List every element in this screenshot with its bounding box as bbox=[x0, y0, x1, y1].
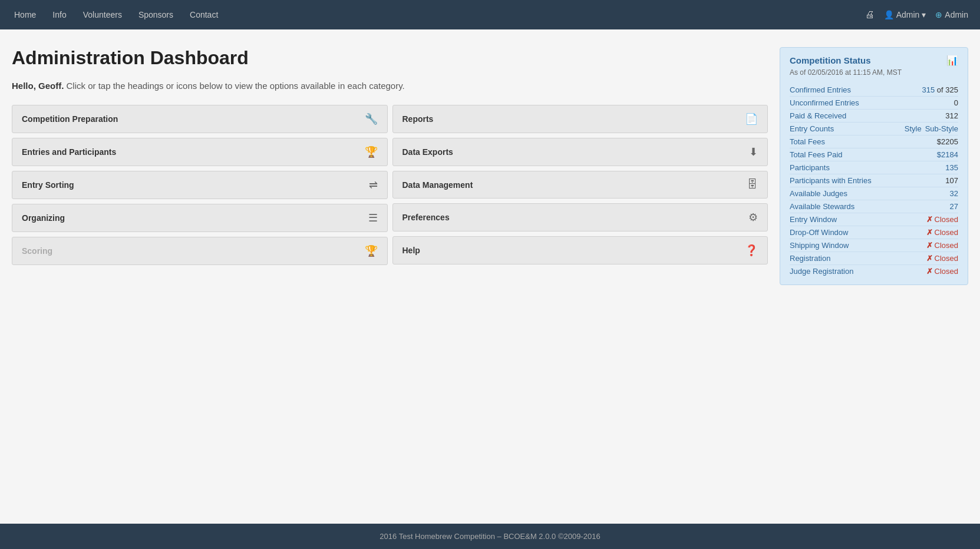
status-value-4: $2205 bbox=[937, 137, 958, 146]
main-wrapper: Administration Dashboard Hello, Geoff. C… bbox=[0, 29, 980, 524]
status-row-7: Participants with Entries107 bbox=[790, 174, 958, 187]
nav-info[interactable]: Info bbox=[50, 10, 68, 19]
status-row-11: Drop-Off Window✗Closed bbox=[790, 226, 958, 239]
organizing[interactable]: Organizing☰ bbox=[12, 204, 388, 232]
help[interactable]: Help❓ bbox=[392, 236, 768, 264]
footer-text: 2016 Test Homebrew Competition – BCOE&M … bbox=[380, 532, 600, 541]
status-row-8: Available Judges32 bbox=[790, 187, 958, 200]
status-row-3: Entry CountsStyleSub-Style bbox=[790, 122, 958, 135]
status-row-9: Available Stewards27 bbox=[790, 200, 958, 213]
status-label-4[interactable]: Total Fees bbox=[790, 137, 825, 146]
status-label-13[interactable]: Registration bbox=[790, 254, 830, 263]
nav-contact[interactable]: Contact bbox=[187, 10, 220, 19]
status-row-12: Shipping Window✗Closed bbox=[790, 239, 958, 252]
competition-status-card: Competition Status 📊 As of 02/05/2016 at… bbox=[780, 47, 968, 285]
x-icon-14: ✗ bbox=[926, 267, 933, 276]
left-column: Competition Preparation🔧Entries and Part… bbox=[12, 105, 388, 265]
right-column: Reports📄Data Exports⬇Data Management🗄Pre… bbox=[392, 105, 768, 265]
x-icon-13: ✗ bbox=[926, 254, 933, 263]
user-label: Admin bbox=[896, 10, 920, 19]
main-nav: HomeInfoVolunteersSponsorsContact 🖨 👤 Ad… bbox=[0, 0, 980, 29]
dropdown-icon: ▾ bbox=[922, 10, 926, 19]
nav-sponsors[interactable]: Sponsors bbox=[136, 10, 176, 19]
status-row-4: Total Fees$2205 bbox=[790, 135, 958, 148]
status-label-12[interactable]: Shipping Window bbox=[790, 241, 849, 250]
x-icon-12: ✗ bbox=[926, 241, 933, 250]
entries-participants-label: Entries and Participants bbox=[22, 147, 116, 157]
status-row-13: Registration✗Closed bbox=[790, 252, 958, 264]
nav-links: HomeInfoVolunteersSponsorsContact bbox=[12, 10, 865, 19]
nav-volunteers[interactable]: Volunteers bbox=[81, 10, 124, 19]
status-label-9[interactable]: Available Stewards bbox=[790, 202, 854, 211]
competition-preparation[interactable]: Competition Preparation🔧 bbox=[12, 105, 388, 133]
status-rows: Confirmed Entries315 of 325Unconfirmed E… bbox=[790, 84, 958, 277]
help-icon: ❓ bbox=[745, 244, 758, 257]
admin-label[interactable]: ⊕ Admin bbox=[935, 10, 968, 19]
preferences-icon: ⚙ bbox=[748, 211, 758, 224]
status-value-1: 0 bbox=[954, 98, 958, 107]
x-icon-10: ✗ bbox=[926, 215, 933, 224]
greeting-name: Hello, Geoff. bbox=[12, 81, 64, 91]
status-value-9[interactable]: 27 bbox=[950, 202, 958, 211]
entry-sorting[interactable]: Entry Sorting⇌ bbox=[12, 171, 388, 199]
status-label-3[interactable]: Entry Counts bbox=[790, 124, 834, 133]
entries-participants[interactable]: Entries and Participants🏆 bbox=[12, 138, 388, 166]
organizing-label: Organizing bbox=[22, 213, 65, 223]
status-label-7[interactable]: Participants with Entries bbox=[790, 176, 872, 185]
status-label-5[interactable]: Total Fees Paid bbox=[790, 150, 843, 159]
status-value-3: StyleSub-Style bbox=[905, 124, 958, 133]
status-row-6: Participants135 bbox=[790, 161, 958, 174]
nav-home[interactable]: Home bbox=[12, 10, 38, 19]
status-value-12: ✗Closed bbox=[926, 241, 958, 250]
status-row-1: Unconfirmed Entries0 bbox=[790, 96, 958, 109]
organizing-icon: ☰ bbox=[368, 211, 378, 224]
status-row-0: Confirmed Entries315 of 325 bbox=[790, 84, 958, 96]
x-icon-11: ✗ bbox=[926, 228, 933, 237]
preferences-label: Preferences bbox=[402, 213, 450, 222]
status-label-10[interactable]: Entry Window bbox=[790, 215, 837, 224]
user-menu[interactable]: 👤 Admin ▾ bbox=[884, 10, 926, 19]
data-management[interactable]: Data Management🗄 bbox=[392, 171, 768, 199]
status-label-0[interactable]: Confirmed Entries bbox=[790, 85, 851, 94]
entry-sorting-icon: ⇌ bbox=[369, 178, 378, 191]
preferences[interactable]: Preferences⚙ bbox=[392, 203, 768, 231]
nav-right: 🖨 👤 Admin ▾ ⊕ Admin bbox=[865, 9, 968, 20]
scoring: Scoring🏆 bbox=[12, 237, 388, 265]
status-value-5[interactable]: $2184 bbox=[937, 150, 958, 159]
user-icon: 👤 bbox=[884, 10, 894, 19]
status-value-7: 107 bbox=[945, 176, 958, 185]
status-row-10: Entry Window✗Closed bbox=[790, 213, 958, 226]
data-exports-label: Data Exports bbox=[402, 147, 453, 157]
status-label-8[interactable]: Available Judges bbox=[790, 189, 847, 198]
status-label-11[interactable]: Drop-Off Window bbox=[790, 228, 848, 237]
data-management-label: Data Management bbox=[402, 180, 473, 190]
status-value-13: ✗Closed bbox=[926, 254, 958, 263]
reports[interactable]: Reports📄 bbox=[392, 105, 768, 133]
reports-icon: 📄 bbox=[745, 113, 758, 125]
data-exports[interactable]: Data Exports⬇ bbox=[392, 138, 768, 166]
status-row-14: Judge Registration✗Closed bbox=[790, 264, 958, 277]
status-label-2[interactable]: Paid & Received bbox=[790, 111, 846, 120]
status-label-14[interactable]: Judge Registration bbox=[790, 267, 853, 276]
status-row-2: Paid & Received312 bbox=[790, 109, 958, 122]
sidebar: Competition Status 📊 As of 02/05/2016 at… bbox=[780, 47, 968, 285]
status-value-11: ✗Closed bbox=[926, 228, 958, 237]
status-value-14: ✗Closed bbox=[926, 267, 958, 276]
status-label-6[interactable]: Participants bbox=[790, 163, 830, 172]
status-value-8[interactable]: 32 bbox=[950, 189, 958, 198]
status-card-header: Competition Status 📊 bbox=[790, 55, 958, 66]
status-value-6[interactable]: 135 bbox=[945, 163, 958, 172]
greeting-text: Click or tap the headings or icons below… bbox=[67, 81, 405, 91]
status-as-of: As of 02/05/2016 at 11:15 AM, MST bbox=[790, 68, 958, 77]
circle-icon: ⊕ bbox=[935, 10, 942, 19]
status-value-10: ✗Closed bbox=[926, 215, 958, 224]
footer: 2016 Test Homebrew Competition – BCOE&M … bbox=[0, 524, 980, 549]
status-label-1[interactable]: Unconfirmed Entries bbox=[790, 98, 859, 107]
reports-label: Reports bbox=[402, 114, 434, 124]
data-exports-icon: ⬇ bbox=[749, 145, 758, 158]
chart-icon[interactable]: 📊 bbox=[946, 55, 958, 66]
status-title: Competition Status bbox=[790, 55, 871, 65]
scoring-icon: 🏆 bbox=[365, 244, 378, 257]
print-icon[interactable]: 🖨 bbox=[865, 9, 875, 20]
entries-participants-icon: 🏆 bbox=[365, 145, 378, 158]
